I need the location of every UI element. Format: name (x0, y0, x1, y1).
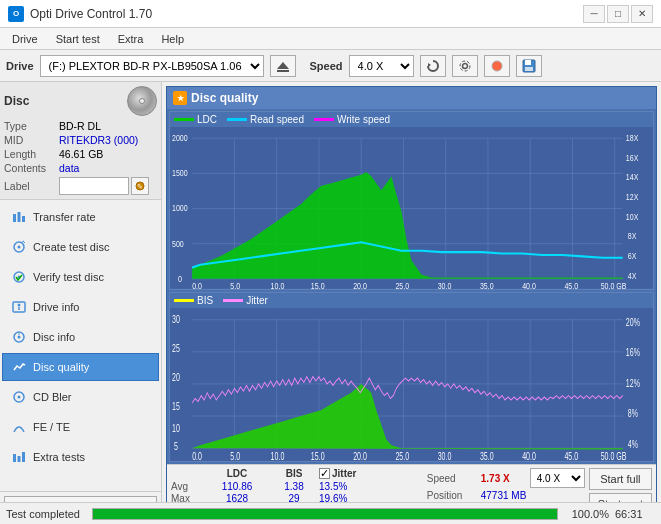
svg-text:10: 10 (172, 422, 180, 434)
svg-text:25.0: 25.0 (395, 450, 409, 461)
verify-icon (11, 269, 27, 285)
ldc-avg: 110.86 (205, 481, 269, 492)
svg-text:20%: 20% (626, 316, 640, 328)
cd-bler-icon (11, 389, 27, 405)
speed-stats-row: Speed 1.73 X 4.0 X 1.0 X 2.0 X 8.0 X (427, 468, 585, 488)
disc-info-label: Disc info (33, 331, 75, 343)
svg-rect-30 (22, 452, 25, 462)
disc-contents-val[interactable]: data (59, 162, 79, 174)
sidebar-item-disc-quality[interactable]: Disc quality (2, 353, 159, 381)
svg-text:0.0: 0.0 (192, 280, 202, 289)
position-stats-row: Position 47731 MB (427, 490, 585, 501)
save-button[interactable] (516, 55, 542, 77)
svg-marker-0 (277, 62, 289, 69)
disc-label-key: Label (4, 180, 59, 192)
menu-extra[interactable]: Extra (110, 31, 152, 47)
sidebar-item-cd-bler[interactable]: CD Bler (2, 383, 159, 411)
sidebar-item-disc-info[interactable]: Disc info (2, 323, 159, 351)
label-edit-icon: ✎ (135, 181, 145, 191)
jitter-column-header: ✓ Jitter (319, 468, 356, 479)
settings-button[interactable] (452, 55, 478, 77)
lower-chart-canvas: 30 25 20 15 10 5 20% 16% 12% 8% 4% (170, 308, 653, 461)
jitter-checkbox[interactable]: ✓ (319, 468, 330, 479)
sidebar-item-create-test-disc[interactable]: Create test disc (2, 233, 159, 261)
svg-rect-12 (18, 212, 21, 222)
svg-point-15 (18, 246, 21, 249)
app-logo: O (8, 6, 24, 22)
svg-text:15.0: 15.0 (311, 280, 325, 289)
palette-icon (490, 59, 504, 73)
svg-point-24 (18, 336, 21, 339)
refresh-icon (426, 59, 440, 73)
disc-label-button[interactable]: ✎ (131, 177, 149, 195)
disc-type-val: BD-R DL (59, 120, 101, 132)
svg-text:25.0: 25.0 (395, 280, 409, 289)
stats-avg-row: Avg 110.86 1.38 13.5% (171, 481, 423, 492)
svg-text:10X: 10X (626, 211, 639, 223)
speed-stats-select[interactable]: 4.0 X 1.0 X 2.0 X 8.0 X (530, 468, 585, 488)
svg-text:18X: 18X (626, 132, 639, 144)
svg-text:10.0: 10.0 (271, 450, 285, 461)
svg-text:20: 20 (172, 371, 180, 383)
disc-panel: Disc Type BD-R DL MID RITEKDR3 (000) Len… (0, 82, 161, 200)
svg-text:35.0: 35.0 (480, 450, 494, 461)
disc-type-row: Type BD-R DL (4, 120, 157, 132)
svg-point-21 (18, 304, 21, 307)
svg-line-17 (23, 241, 25, 243)
sidebar-item-drive-info[interactable]: Drive info (2, 293, 159, 321)
jitter-label: Jitter (332, 468, 356, 479)
refresh-button[interactable] (420, 55, 446, 77)
nav-items: Transfer rate Create test disc (0, 200, 161, 491)
disc-label-input[interactable] (59, 177, 129, 195)
sidebar-item-verify-test-disc[interactable]: Verify test disc (2, 263, 159, 291)
svg-text:35.0: 35.0 (480, 280, 494, 289)
fe-te-icon (11, 419, 27, 435)
menu-start-test[interactable]: Start test (48, 31, 108, 47)
dq-panel-icon: ★ (173, 91, 187, 105)
main-layout: Disc Type BD-R DL MID RITEKDR3 (000) Len… (0, 82, 661, 524)
eject-icon (276, 60, 290, 72)
svg-text:30: 30 (172, 313, 180, 325)
sidebar-item-fe-te[interactable]: FE / TE (2, 413, 159, 441)
drive-select[interactable]: (F:) PLEXTOR BD-R PX-LB950SA 1.06 (40, 55, 264, 77)
bis-avg: 1.38 (269, 481, 319, 492)
speed-stats-val: 1.73 X (481, 473, 526, 484)
sidebar-item-transfer-rate[interactable]: Transfer rate (2, 203, 159, 231)
drive-bar: Drive (F:) PLEXTOR BD-R PX-LB950SA 1.06 … (0, 50, 661, 82)
sidebar-item-extra-tests[interactable]: Extra tests (2, 443, 159, 471)
menu-help[interactable]: Help (153, 31, 192, 47)
window-controls: ─ □ ✕ (583, 5, 653, 23)
svg-text:40.0: 40.0 (522, 450, 536, 461)
extra-tests-icon (11, 449, 27, 465)
disc-mid-row: MID RITEKDR3 (000) (4, 134, 157, 146)
svg-point-4 (460, 61, 470, 71)
disc-mid-val: RITEKDR3 (000) (59, 134, 138, 146)
svg-text:500: 500 (172, 237, 184, 249)
start-full-button[interactable]: Start full (589, 468, 652, 490)
disc-length-val: 46.61 GB (59, 148, 103, 160)
svg-point-3 (462, 63, 467, 68)
eject-button[interactable] (270, 55, 296, 77)
upper-chart-legend: LDC Read speed Write speed (170, 112, 653, 127)
disc-contents-key: Contents (4, 162, 59, 174)
progress-time: 66:31 (615, 508, 655, 520)
menu-bar: Drive Start test Extra Help (0, 28, 661, 50)
svg-text:50.0 GB: 50.0 GB (601, 450, 627, 461)
create-disc-icon (11, 239, 27, 255)
speed-select[interactable]: 4.0 X 1.0 X 2.0 X 6.0 X 8.0 X (349, 55, 414, 77)
disc-contents-row: Contents data (4, 162, 157, 174)
svg-point-5 (492, 61, 502, 71)
disc-icon (127, 86, 157, 116)
svg-rect-7 (525, 60, 531, 65)
svg-text:20.0: 20.0 (353, 280, 367, 289)
menu-drive[interactable]: Drive (4, 31, 46, 47)
close-button[interactable]: ✕ (631, 5, 653, 23)
svg-text:12%: 12% (626, 377, 640, 389)
svg-marker-2 (428, 63, 431, 67)
color-button[interactable] (484, 55, 510, 77)
maximize-button[interactable]: □ (607, 5, 629, 23)
svg-text:16%: 16% (626, 347, 640, 359)
disc-length-row: Length 46.61 GB (4, 148, 157, 160)
svg-text:16X: 16X (626, 152, 639, 164)
minimize-button[interactable]: ─ (583, 5, 605, 23)
